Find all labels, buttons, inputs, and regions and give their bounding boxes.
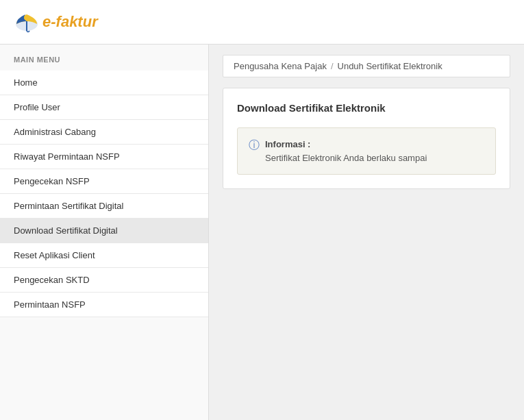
app-header: e-faktur xyxy=(0,0,524,45)
sidebar-item-reset-aplikasi-client[interactable]: Reset Aplikasi Client xyxy=(0,243,208,268)
sidebar-item-pengecekan-sktd[interactable]: Pengecekan SKTD xyxy=(0,268,208,293)
download-sertifikat-card: Download Sertifikat Elektronik ⓘ Informa… xyxy=(223,88,510,189)
info-message: Sertifikat Elektronik Anda berlaku sampa… xyxy=(265,153,427,163)
sidebar-item-riwayat-permintaan-nsfp[interactable]: Riwayat Permintaan NSFP xyxy=(0,145,208,169)
info-box: ⓘ Informasi : Sertifikat Elektronik Anda… xyxy=(237,127,496,175)
logo-text: e-faktur xyxy=(42,13,98,31)
main-layout: MAIN MENU Home Profile User Administrasi… xyxy=(0,45,524,420)
logo: e-faktur xyxy=(14,9,98,35)
breadcrumb-separator: / xyxy=(331,61,334,71)
info-icon: ⓘ xyxy=(249,138,260,153)
sidebar-item-download-sertifikat-digital[interactable]: Download Sertifikat Digital xyxy=(0,219,208,243)
logo-faktur: -faktur xyxy=(51,13,97,30)
breadcrumb-part2: Unduh Sertifikat Elektronik xyxy=(338,61,442,71)
sidebar-item-permintaan-sertifikat-digital[interactable]: Permintaan Sertifikat Digital xyxy=(0,194,208,219)
breadcrumb: Pengusaha Kena Pajak / Unduh Sertifikat … xyxy=(223,55,510,77)
sidebar: MAIN MENU Home Profile User Administrasi… xyxy=(0,45,209,420)
sidebar-title: MAIN MENU xyxy=(0,51,208,71)
sidebar-item-home[interactable]: Home xyxy=(0,71,208,95)
sidebar-item-profile-user[interactable]: Profile User xyxy=(0,95,208,120)
sidebar-item-permintaan-nsfp[interactable]: Permintaan NSFP xyxy=(0,293,208,317)
card-title: Download Sertifikat Elektronik xyxy=(237,102,496,114)
content-area: Pengusaha Kena Pajak / Unduh Sertifikat … xyxy=(209,45,524,420)
info-label: Informasi : xyxy=(265,139,310,149)
breadcrumb-part1: Pengusaha Kena Pajak xyxy=(234,61,327,71)
info-text-container: Informasi : Sertifikat Elektronik Anda b… xyxy=(265,138,427,164)
sidebar-item-pengecekan-nsfp[interactable]: Pengecekan NSFP xyxy=(0,169,208,194)
logo-umbrella-icon xyxy=(14,9,40,35)
logo-e: e xyxy=(42,13,51,30)
sidebar-item-administrasi-cabang[interactable]: Administrasi Cabang xyxy=(0,120,208,145)
